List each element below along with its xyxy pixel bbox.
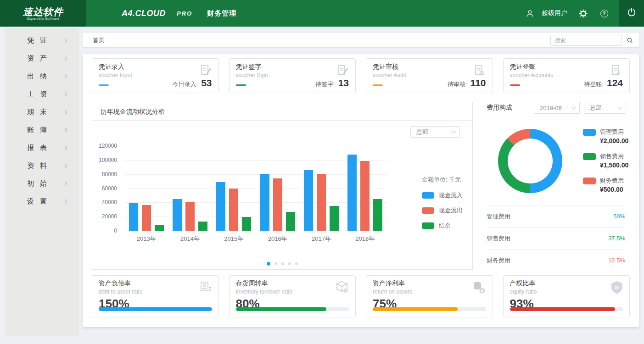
accent-dash <box>373 84 383 86</box>
expense-title: 费用构成 <box>487 104 512 112</box>
voucher-card[interactable]: 凭证录入 voucher Input 今日录入: 53 <box>92 58 219 93</box>
chevron-right-icon <box>63 39 67 43</box>
breadcrumb-home[interactable]: 首页 <box>93 36 105 44</box>
voucher-cards-row: 凭证录入 voucher Input 今日录入: 53 凭证签字 voucher… <box>92 58 630 93</box>
legend-swatch <box>583 178 596 184</box>
help-icon[interactable]: ? <box>599 8 610 19</box>
logo-subtitle: Superdata Software <box>27 17 60 20</box>
legend-swatch <box>583 153 596 160</box>
sidebar-item-label: 工资 <box>27 90 53 99</box>
voucher-card-title: 凭证录入 <box>99 63 212 71</box>
expense-row-label: 财务费用 <box>487 256 510 265</box>
sidebar-item[interactable]: 资产 <box>5 50 79 67</box>
pagination-dot[interactable] <box>274 262 277 265</box>
bar-group <box>256 146 299 231</box>
bar-group <box>168 146 212 231</box>
voucher-stat-label: 待审核: <box>448 80 467 89</box>
gear-icon[interactable] <box>577 8 588 19</box>
app-logo[interactable]: 速达软件 Superdata Software <box>0 0 86 27</box>
kpi-card: 资产净利率 return on assets 75% ¥ <box>366 275 493 317</box>
pagination-dot[interactable] <box>288 262 291 265</box>
bar-现金流出 <box>360 161 370 231</box>
search-box <box>550 35 622 46</box>
bar-group <box>299 146 343 231</box>
legend-name: 结余 <box>439 222 451 230</box>
sidebar-item[interactable]: 凭证 <box>5 32 79 50</box>
sidebar-item[interactable]: 期末 <box>5 103 79 121</box>
cash-flow-panel: 历年现金流动状况分析 总部 02000040000600008000010000… <box>92 102 473 270</box>
expense-month-dropdown[interactable]: 2019-06 <box>534 102 580 114</box>
donut-legend-item: 销售费用 ¥1,500.00 <box>583 153 628 169</box>
bar-结余 <box>286 212 295 231</box>
sidebar-item[interactable]: 报表 <box>5 139 79 157</box>
bar-现金流出 <box>317 174 326 231</box>
bar-现金流出 <box>273 178 282 231</box>
expense-row-percent: 12.5% <box>608 257 625 264</box>
kpi-subtitle: Inventory turnover ratio <box>236 289 349 295</box>
voucher-stat-value: 124 <box>607 78 623 89</box>
voucher-card[interactable]: 凭证登账 voucher Accounts 待登账: 124 <box>503 58 630 93</box>
legend-name: 现金流出 <box>439 206 463 215</box>
voucher-card[interactable]: 凭证审核 voucher Audit 待审核: 110 <box>366 58 493 93</box>
expense-org-value: 总部 <box>590 104 602 112</box>
pagination-dot[interactable] <box>281 262 284 265</box>
user-menu[interactable]: 超级用户 <box>524 8 567 19</box>
logout-button[interactable] <box>619 0 644 27</box>
app-header: 速达软件 Superdata Software A4.CLOUD PRO 财务管… <box>0 0 644 27</box>
svg-text:R: R <box>615 285 619 290</box>
voucher-card[interactable]: 凭证签字 voucher Sign 待签字: 13 <box>229 58 356 93</box>
cash-flow-title: 历年现金流动状况分析 <box>92 102 472 121</box>
chevron-right-icon <box>63 200 67 204</box>
voucher-card-title: 凭证登账 <box>510 63 623 71</box>
pagination-dot[interactable] <box>295 262 298 265</box>
sidebar-item-label: 资料 <box>27 161 53 170</box>
kpi-title: 资产负债率 <box>99 279 212 288</box>
search-input[interactable] <box>551 37 626 44</box>
x-axis-labels: 2013年2014年2015年2016年2017年2018年 <box>124 235 387 243</box>
bar-现金流入 <box>216 182 225 231</box>
sidebar-item-label: 报表 <box>27 144 53 152</box>
expense-rows: 管理费用 50% 销售费用 37.5% 财务费用 12.5% <box>487 205 625 271</box>
sidebar-item[interactable]: 出纳 <box>5 67 79 85</box>
bar-现金流入 <box>347 155 357 231</box>
expense-org-dropdown[interactable]: 总部 <box>584 102 626 114</box>
kpi-card: 资产负债率 debt to asset ratio 150% <box>92 275 219 317</box>
search-icon[interactable] <box>626 37 633 44</box>
chevron-down-icon <box>452 129 456 133</box>
voucher-stat-label: 今日录入: <box>173 80 198 89</box>
sidebar-item[interactable]: 初始 <box>5 175 79 193</box>
pagination-dot[interactable] <box>267 262 270 266</box>
expense-donut-chart <box>498 129 562 193</box>
sidebar-item-label: 账簿 <box>27 126 53 134</box>
legend-amount: ¥2,000.00 <box>600 137 628 144</box>
legend-swatch <box>422 207 434 214</box>
bar-结余 <box>242 217 251 231</box>
legend-label: 财务费用 <box>600 177 624 184</box>
product-title: A4.CLOUD PRO 财务管理 <box>122 0 236 27</box>
bar-现金流入 <box>260 174 269 231</box>
sidebar-item[interactable]: 设置 <box>5 193 79 211</box>
bar-现金流入 <box>304 170 313 231</box>
bar-现金流出 <box>229 189 238 231</box>
chart-org-dropdown[interactable]: 总部 <box>410 126 460 138</box>
expense-panel: 费用构成 2019-06 总部 管理费用 <box>481 102 630 270</box>
chevron-right-icon <box>63 92 67 97</box>
app-root: 速达软件 Superdata Software A4.CLOUD PRO 财务管… <box>0 0 644 344</box>
product-name: A4.CLOUD <box>122 9 166 18</box>
chevron-right-icon <box>63 164 67 168</box>
carousel-pagination <box>92 262 472 266</box>
sidebar-nav: 凭证 资产 出纳 工资 期末 账簿 <box>5 28 79 336</box>
kpi-title: 存货周转率 <box>236 279 349 288</box>
power-icon <box>627 7 637 19</box>
legend-amount: ¥500.00 <box>600 186 624 193</box>
breadcrumb-bar: 首页 <box>83 33 639 47</box>
unit-label: 金额单位: 千元 <box>422 176 463 184</box>
expense-row-label: 销售费用 <box>487 234 510 243</box>
accent-dash <box>236 84 246 86</box>
sidebar-item[interactable]: 账簿 <box>5 121 79 139</box>
sidebar-item[interactable]: 工资 <box>5 85 79 103</box>
sidebar-item[interactable]: 资料 <box>5 157 79 175</box>
logo-title: 速达软件 <box>23 7 63 17</box>
certificate-icon <box>198 280 213 297</box>
kpi-progress-track <box>510 307 623 311</box>
